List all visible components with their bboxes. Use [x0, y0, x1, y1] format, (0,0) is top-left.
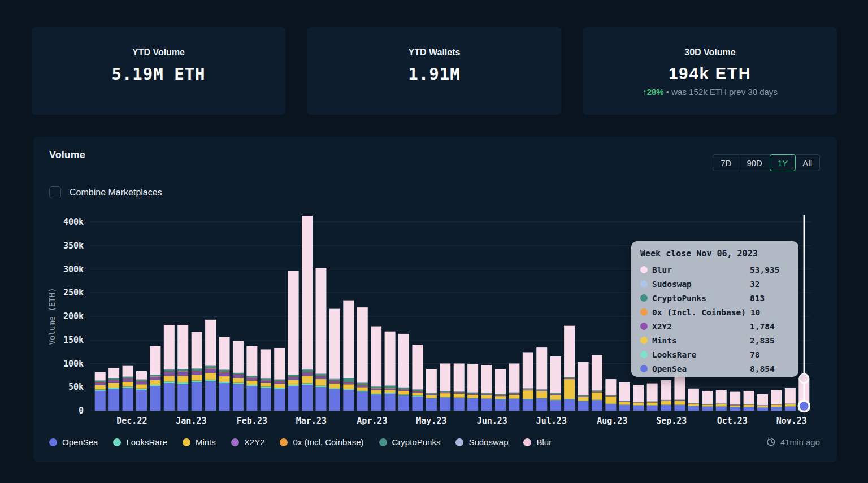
bar-segment-0x-incl-coinbase-	[674, 401, 685, 401]
chart-bar[interactable]	[95, 372, 106, 411]
chart-bar[interactable]	[371, 327, 381, 411]
card-title: YTD Volume	[132, 47, 185, 58]
chart-bar[interactable]	[757, 394, 768, 411]
bar-segment-sudoswap	[578, 395, 589, 395]
chart-bar[interactable]	[771, 390, 782, 411]
legend-item-looksrare[interactable]: LooksRare	[113, 437, 167, 447]
legend-item-sudoswap[interactable]: Sudoswap	[455, 437, 508, 447]
tooltip-row: LooksRare78	[640, 347, 789, 362]
chart-bar[interactable]	[385, 332, 396, 411]
chart-bar[interactable]	[661, 380, 671, 411]
chart-bar[interactable]	[523, 352, 533, 411]
chart-bar[interactable]	[398, 334, 409, 411]
bar-segment-opensea	[412, 397, 423, 411]
chart-bar[interactable]	[261, 349, 271, 411]
legend-item-opensea[interactable]: OpenSea	[49, 437, 98, 447]
legend-item-mints[interactable]: Mints	[183, 437, 216, 447]
legend-item-cryptopunks[interactable]: CryptoPunks	[379, 437, 441, 447]
chart-bar[interactable]	[343, 301, 354, 411]
tooltip-row: Sudoswap32	[640, 277, 789, 291]
bar-segment-looksrare	[274, 388, 285, 389]
bar-segment-opensea	[177, 384, 188, 411]
bar-segment-mints	[343, 384, 354, 389]
chart-bar[interactable]	[233, 341, 244, 411]
chart-bar[interactable]	[647, 384, 658, 411]
bar-segment-0x-incl-coinbase-	[481, 394, 492, 394]
legend-item-x2y2[interactable]: X2Y2	[231, 437, 265, 447]
chart-bar[interactable]	[730, 392, 740, 411]
chart-bar[interactable]	[785, 388, 796, 411]
bar-segment-blur	[730, 392, 740, 404]
chart-bar[interactable]	[219, 337, 230, 411]
chart-bar[interactable]	[192, 332, 202, 411]
chart-bar[interactable]	[550, 356, 561, 411]
refresh-clock-icon[interactable]	[767, 437, 776, 447]
chart-bar[interactable]	[536, 347, 547, 411]
bar-segment-x2y2	[592, 391, 602, 392]
legend-item-0x-incl-coinbase-[interactable]: 0x (Incl. Coinbase)	[280, 437, 363, 447]
chart-bar[interactable]	[495, 369, 506, 411]
chart-bar[interactable]	[688, 389, 699, 411]
chart-bar[interactable]	[592, 355, 602, 411]
chart-bar[interactable]	[108, 368, 119, 411]
tooltip-row: Blur53,935	[640, 263, 789, 277]
chart-bar[interactable]	[605, 379, 616, 411]
chart-bar[interactable]	[136, 371, 147, 411]
chart-bar[interactable]	[619, 382, 630, 411]
bar-segment-blur	[150, 346, 160, 375]
chart-bar[interactable]	[205, 320, 216, 411]
chart-bar[interactable]	[633, 385, 644, 411]
bar-segment-0x-incl-coinbase-	[315, 376, 326, 376]
chart-bar[interactable]	[426, 369, 437, 411]
bar-segment-opensea	[440, 398, 450, 411]
bar-segment-0x-incl-coinbase-	[357, 385, 368, 385]
bar-segment-blur	[233, 341, 244, 372]
x-tick-label: Dec.22	[116, 416, 147, 426]
legend-item-blur[interactable]: Blur	[523, 437, 552, 447]
bar-segment-looksrare	[688, 406, 699, 406]
chart-bar[interactable]	[315, 268, 326, 411]
chart-bar[interactable]	[329, 309, 340, 411]
bar-segment-sudoswap	[315, 374, 326, 375]
legend-dot-icon	[49, 438, 57, 446]
bar-segment-opensea	[771, 407, 782, 411]
bar-segment-x2y2	[398, 389, 409, 391]
chart-bar[interactable]	[412, 345, 423, 411]
volume-chart-panel: Volume 7D90D1YAll Combine Marketplaces 0…	[33, 137, 837, 462]
chart-bar[interactable]	[123, 366, 133, 411]
chart-bar[interactable]	[164, 325, 175, 411]
series-dot-icon	[640, 266, 648, 273]
chart-bar[interactable]	[467, 364, 478, 411]
bar-segment-sudoswap	[205, 366, 216, 367]
bar-segment-sudoswap	[785, 403, 796, 404]
chart-bar[interactable]	[716, 390, 727, 411]
x-tick-label: Oct.23	[717, 416, 748, 426]
chart-bar[interactable]	[578, 362, 589, 411]
chart-bar[interactable]	[302, 216, 313, 411]
chart-bar[interactable]	[177, 325, 188, 411]
bar-segment-opensea	[674, 405, 685, 411]
timeframe-button-1y[interactable]: 1Y	[770, 154, 796, 171]
chart-bar[interactable]	[481, 365, 492, 411]
chart-bar[interactable]	[454, 364, 465, 411]
bar-segment-mints	[523, 390, 533, 399]
bar-segment-looksrare	[564, 399, 575, 399]
chart-bar[interactable]	[744, 391, 754, 411]
bar-segment-x2y2	[219, 372, 230, 376]
series-dot-icon	[640, 308, 648, 316]
bar-segment-mints	[661, 401, 671, 405]
chart-bar[interactable]	[246, 346, 257, 411]
chart-bar[interactable]	[509, 364, 519, 411]
bar-segment-looksrare	[619, 405, 630, 406]
x-tick-label: Apr.23	[357, 416, 387, 426]
bar-segment-cryptopunks	[205, 366, 216, 368]
chart-bar[interactable]	[440, 364, 450, 411]
chart-bar[interactable]	[288, 271, 299, 411]
y-tick-label: 300k	[63, 264, 84, 275]
chart-bar[interactable]	[702, 391, 713, 411]
chart-bar[interactable]	[274, 348, 285, 411]
bar-segment-opensea	[95, 391, 106, 411]
chart-bar[interactable]	[150, 346, 160, 411]
chart-bar[interactable]	[564, 326, 575, 411]
chart-bar[interactable]	[357, 307, 368, 411]
